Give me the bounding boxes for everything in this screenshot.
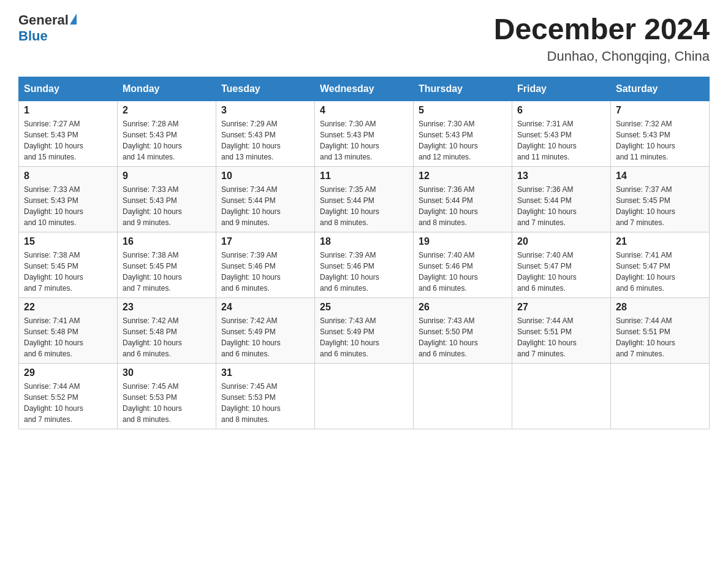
calendar-cell: 17Sunrise: 7:39 AMSunset: 5:46 PMDayligh… [216, 232, 315, 298]
day-info: Sunrise: 7:42 AMSunset: 5:48 PMDaylight:… [123, 315, 211, 359]
calendar-cell: 1Sunrise: 7:27 AMSunset: 5:43 PMDaylight… [19, 101, 118, 167]
day-info: Sunrise: 7:44 AMSunset: 5:51 PMDaylight:… [517, 315, 605, 359]
calendar-cell: 9Sunrise: 7:33 AMSunset: 5:43 PMDaylight… [118, 167, 216, 232]
day-number: 19 [419, 236, 507, 247]
calendar-cell: 26Sunrise: 7:43 AMSunset: 5:50 PMDayligh… [414, 298, 512, 364]
day-info: Sunrise: 7:43 AMSunset: 5:50 PMDaylight:… [419, 315, 507, 359]
logo: General Blue [18, 12, 77, 44]
header: General Blue December 2024 Dunhao, Chong… [18, 12, 710, 64]
logo-general-text: General [18, 12, 69, 28]
day-number: 14 [616, 170, 704, 182]
calendar-cell: 4Sunrise: 7:30 AMSunset: 5:43 PMDaylight… [315, 101, 414, 167]
calendar-cell: 25Sunrise: 7:43 AMSunset: 5:49 PMDayligh… [315, 298, 414, 364]
day-number: 9 [123, 170, 211, 182]
calendar-cell [512, 364, 611, 429]
day-info: Sunrise: 7:33 AMSunset: 5:43 PMDaylight:… [123, 184, 211, 228]
day-number: 16 [123, 236, 211, 247]
day-number: 4 [320, 105, 408, 116]
day-info: Sunrise: 7:33 AMSunset: 5:43 PMDaylight:… [24, 184, 112, 228]
day-info: Sunrise: 7:32 AMSunset: 5:43 PMDaylight:… [616, 118, 704, 163]
day-info: Sunrise: 7:43 AMSunset: 5:49 PMDaylight:… [320, 315, 408, 359]
header-sunday: Sunday [19, 77, 118, 101]
day-number: 24 [221, 302, 309, 313]
week-row-5: 29Sunrise: 7:44 AMSunset: 5:52 PMDayligh… [19, 364, 710, 429]
day-number: 10 [221, 170, 309, 182]
day-info: Sunrise: 7:34 AMSunset: 5:44 PMDaylight:… [221, 184, 309, 228]
calendar-cell: 22Sunrise: 7:41 AMSunset: 5:48 PMDayligh… [19, 298, 118, 364]
calendar-cell: 30Sunrise: 7:45 AMSunset: 5:53 PMDayligh… [118, 364, 216, 429]
logo-triangle-icon [70, 13, 77, 25]
day-info: Sunrise: 7:37 AMSunset: 5:45 PMDaylight:… [616, 184, 704, 228]
calendar-subtitle: Dunhao, Chongqing, China [494, 48, 710, 64]
day-info: Sunrise: 7:30 AMSunset: 5:43 PMDaylight:… [320, 118, 408, 163]
calendar-cell: 23Sunrise: 7:42 AMSunset: 5:48 PMDayligh… [118, 298, 216, 364]
header-wednesday: Wednesday [315, 77, 414, 101]
day-info: Sunrise: 7:39 AMSunset: 5:46 PMDaylight:… [221, 250, 309, 294]
calendar-title: December 2024 [494, 12, 710, 46]
calendar-cell: 19Sunrise: 7:40 AMSunset: 5:46 PMDayligh… [414, 232, 512, 298]
day-info: Sunrise: 7:44 AMSunset: 5:51 PMDaylight:… [616, 315, 704, 359]
day-info: Sunrise: 7:38 AMSunset: 5:45 PMDaylight:… [123, 250, 211, 294]
header-monday: Monday [118, 77, 216, 101]
day-info: Sunrise: 7:41 AMSunset: 5:47 PMDaylight:… [616, 250, 704, 294]
day-number: 18 [320, 236, 408, 247]
calendar-cell: 10Sunrise: 7:34 AMSunset: 5:44 PMDayligh… [216, 167, 315, 232]
header-tuesday: Tuesday [216, 77, 315, 101]
day-info: Sunrise: 7:38 AMSunset: 5:45 PMDaylight:… [24, 250, 112, 294]
week-row-1: 1Sunrise: 7:27 AMSunset: 5:43 PMDaylight… [19, 101, 710, 167]
day-info: Sunrise: 7:45 AMSunset: 5:53 PMDaylight:… [123, 381, 211, 425]
calendar-cell: 2Sunrise: 7:28 AMSunset: 5:43 PMDaylight… [118, 101, 216, 167]
day-number: 13 [517, 170, 605, 182]
day-info: Sunrise: 7:28 AMSunset: 5:43 PMDaylight:… [123, 118, 211, 163]
day-number: 29 [24, 367, 112, 378]
day-info: Sunrise: 7:35 AMSunset: 5:44 PMDaylight:… [320, 184, 408, 228]
day-number: 22 [24, 302, 112, 313]
calendar-cell: 29Sunrise: 7:44 AMSunset: 5:52 PMDayligh… [19, 364, 118, 429]
day-number: 5 [419, 105, 507, 116]
calendar-cell [414, 364, 512, 429]
calendar-cell: 5Sunrise: 7:30 AMSunset: 5:43 PMDaylight… [414, 101, 512, 167]
calendar-cell: 31Sunrise: 7:45 AMSunset: 5:53 PMDayligh… [216, 364, 315, 429]
calendar-cell: 11Sunrise: 7:35 AMSunset: 5:44 PMDayligh… [315, 167, 414, 232]
day-number: 27 [517, 302, 605, 313]
day-number: 3 [221, 105, 309, 116]
day-info: Sunrise: 7:31 AMSunset: 5:43 PMDaylight:… [517, 118, 605, 163]
calendar-table: SundayMondayTuesdayWednesdayThursdayFrid… [18, 77, 710, 429]
day-info: Sunrise: 7:27 AMSunset: 5:43 PMDaylight:… [24, 118, 112, 163]
week-row-4: 22Sunrise: 7:41 AMSunset: 5:48 PMDayligh… [19, 298, 710, 364]
day-info: Sunrise: 7:30 AMSunset: 5:43 PMDaylight:… [419, 118, 507, 163]
week-row-2: 8Sunrise: 7:33 AMSunset: 5:43 PMDaylight… [19, 167, 710, 232]
day-info: Sunrise: 7:39 AMSunset: 5:46 PMDaylight:… [320, 250, 408, 294]
day-number: 21 [616, 236, 704, 247]
header-saturday: Saturday [611, 77, 710, 101]
calendar-cell: 28Sunrise: 7:44 AMSunset: 5:51 PMDayligh… [611, 298, 710, 364]
calendar-cell: 7Sunrise: 7:32 AMSunset: 5:43 PMDaylight… [611, 101, 710, 167]
day-number: 8 [24, 170, 112, 182]
calendar-header-row: SundayMondayTuesdayWednesdayThursdayFrid… [19, 77, 710, 101]
header-thursday: Thursday [414, 77, 512, 101]
calendar-cell: 14Sunrise: 7:37 AMSunset: 5:45 PMDayligh… [611, 167, 710, 232]
day-info: Sunrise: 7:44 AMSunset: 5:52 PMDaylight:… [24, 381, 112, 425]
day-info: Sunrise: 7:41 AMSunset: 5:48 PMDaylight:… [24, 315, 112, 359]
header-friday: Friday [512, 77, 611, 101]
day-number: 26 [419, 302, 507, 313]
day-number: 28 [616, 302, 704, 313]
day-info: Sunrise: 7:36 AMSunset: 5:44 PMDaylight:… [517, 184, 605, 228]
calendar-cell: 24Sunrise: 7:42 AMSunset: 5:49 PMDayligh… [216, 298, 315, 364]
day-number: 30 [123, 367, 211, 378]
calendar-cell [611, 364, 710, 429]
day-number: 7 [616, 105, 704, 116]
day-info: Sunrise: 7:29 AMSunset: 5:43 PMDaylight:… [221, 118, 309, 163]
day-info: Sunrise: 7:36 AMSunset: 5:44 PMDaylight:… [419, 184, 507, 228]
day-number: 25 [320, 302, 408, 313]
calendar-cell: 18Sunrise: 7:39 AMSunset: 5:46 PMDayligh… [315, 232, 414, 298]
calendar-cell: 8Sunrise: 7:33 AMSunset: 5:43 PMDaylight… [19, 167, 118, 232]
day-info: Sunrise: 7:40 AMSunset: 5:46 PMDaylight:… [419, 250, 507, 294]
day-info: Sunrise: 7:42 AMSunset: 5:49 PMDaylight:… [221, 315, 309, 359]
calendar-cell: 27Sunrise: 7:44 AMSunset: 5:51 PMDayligh… [512, 298, 611, 364]
day-number: 17 [221, 236, 309, 247]
day-number: 31 [221, 367, 309, 378]
calendar-cell: 21Sunrise: 7:41 AMSunset: 5:47 PMDayligh… [611, 232, 710, 298]
title-area: December 2024 Dunhao, Chongqing, China [494, 12, 710, 64]
calendar-cell: 12Sunrise: 7:36 AMSunset: 5:44 PMDayligh… [414, 167, 512, 232]
